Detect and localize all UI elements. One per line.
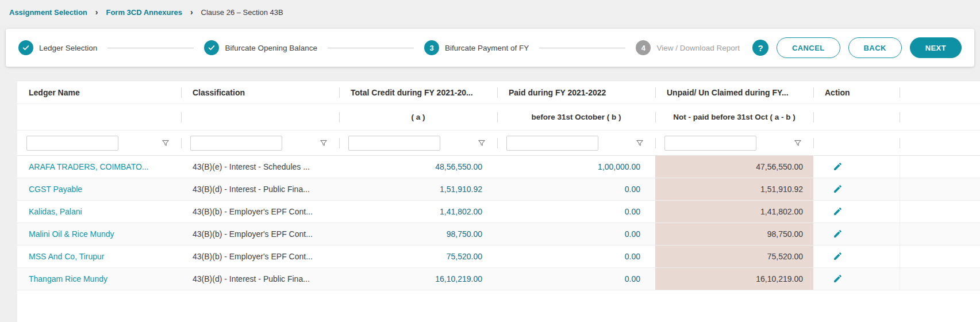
page: Assignment Selection › Form 3CD Annexure… (0, 0, 980, 322)
help-icon[interactable]: ? (752, 40, 768, 56)
step-ledger-selection[interactable]: Ledger Selection (18, 40, 97, 55)
filter-row (17, 131, 980, 156)
paid-cell: 0.00 (497, 246, 655, 268)
edit-button[interactable] (832, 250, 844, 262)
classification-filter-input[interactable] (190, 136, 282, 151)
check-icon (204, 40, 219, 55)
edit-button[interactable] (832, 228, 844, 240)
unpaid-cell: 16,10,219.00 (655, 268, 813, 290)
step-connector (107, 48, 194, 48)
pencil-icon (833, 229, 843, 239)
edit-button[interactable] (832, 183, 844, 195)
total-credit-filter-input[interactable] (348, 136, 440, 151)
filter-icon[interactable] (793, 138, 803, 148)
paid-cell: 0.00 (497, 268, 655, 290)
edit-button[interactable] (832, 160, 844, 172)
ledger-table-card: Ledger Name Classification Total Credit … (17, 80, 980, 322)
step-connector (539, 48, 625, 48)
next-button[interactable]: NEXT (910, 37, 962, 58)
table-right-edge (900, 156, 980, 178)
subheader-classification (181, 104, 339, 131)
table-right-edge (900, 104, 980, 131)
check-icon (18, 40, 33, 55)
ledger-name-cell: ARAFA TRADERS, COIMBATO... (17, 156, 181, 178)
ledger-link[interactable]: Malini Oil & Rice Mundy (29, 229, 114, 239)
classification-cell: 43(B)(d) - Interest - Public Fina... (181, 268, 339, 290)
ledger-table: Ledger Name Classification Total Credit … (17, 80, 980, 290)
pencil-icon (833, 184, 843, 194)
table-row: Malini Oil & Rice Mundy 43(B)(b) - Emplo… (17, 223, 980, 246)
table-row: CGST Payable 43(B)(d) - Interest - Publi… (17, 178, 980, 201)
action-cell (813, 246, 900, 268)
paid-filter-input[interactable] (506, 136, 598, 151)
cancel-button[interactable]: CANCEL (777, 37, 840, 58)
table-right-edge (900, 201, 980, 223)
paid-cell: 0.00 (497, 201, 655, 223)
filter-icon[interactable] (476, 138, 487, 148)
step-number-badge: 4 (636, 40, 651, 55)
total-credit-cell: 75,520.00 (339, 246, 497, 268)
filter-icon[interactable] (318, 138, 329, 148)
table-row: Thangam Rice Mundy 43(B)(d) - Interest -… (17, 268, 980, 290)
stepper-steps: Ledger Selection Bifurcate Opening Balan… (18, 40, 740, 55)
step-bifurcate-payment-of-fy[interactable]: 3 Bifurcate Payment of FY (424, 40, 529, 55)
back-button[interactable]: BACK (848, 37, 902, 58)
classification-cell: 43(B)(e) - Interest - Schedules ... (181, 156, 339, 178)
breadcrumb-assignment-selection[interactable]: Assignment Selection (9, 8, 87, 17)
table-row: ARAFA TRADERS, COIMBATO... 43(B)(e) - In… (17, 156, 980, 178)
chevron-right-icon: › (190, 7, 193, 17)
unpaid-filter-input[interactable] (664, 136, 756, 151)
total-credit-cell: 98,750.00 (339, 223, 497, 246)
total-credit-cell: 16,10,219.00 (339, 268, 497, 290)
filter-icon[interactable] (160, 138, 171, 148)
breadcrumb-form-3cd-annexures[interactable]: Form 3CD Annexures (106, 8, 182, 17)
ledger-link[interactable]: Kalidas, Palani (29, 207, 82, 216)
classification-cell: 43(B)(b) - Employer's EPF Cont... (181, 201, 339, 223)
filter-cell-unpaid (655, 131, 813, 156)
subheader-row: ( a ) before 31st October ( b ) Not - pa… (17, 104, 980, 131)
subheader-total-credit: ( a ) (339, 104, 497, 131)
pencil-icon (833, 251, 843, 261)
edit-button[interactable] (832, 273, 844, 285)
ledger-link[interactable]: Thangam Rice Mundy (29, 274, 107, 283)
table-row: Kalidas, Palani 43(B)(b) - Employer's EP… (17, 201, 980, 223)
column-header-unpaid[interactable]: Unpaid/ Un Claimed during FY... (655, 81, 813, 104)
ledger-name-filter-input[interactable] (26, 136, 118, 151)
subheader-paid: before 31st October ( b ) (497, 104, 655, 131)
column-header-paid[interactable]: Paid during FY 2021-2022 (497, 81, 655, 104)
pencil-icon (833, 274, 843, 283)
paid-cell: 1,00,000.00 (497, 156, 655, 178)
breadcrumb-clause-26: Clause 26 – Section 43B (201, 8, 283, 17)
action-cell (813, 223, 900, 246)
filter-cell-action (813, 131, 900, 156)
table-row: MSS And Co, Tirupur 43(B)(b) - Employer'… (17, 246, 980, 268)
unpaid-cell: 47,56,550.00 (655, 156, 813, 178)
ledger-link[interactable]: ARAFA TRADERS, COIMBATO... (29, 162, 149, 171)
classification-cell: 43(B)(b) - Employer's EPF Cont... (181, 223, 339, 246)
filter-cell-total-credit (339, 131, 497, 156)
column-header-total-credit[interactable]: Total Credit during FY 2021-20... (339, 81, 497, 104)
ledger-name-cell: MSS And Co, Tirupur (17, 246, 181, 268)
step-bifurcate-opening-balance[interactable]: Bifurcate Opening Balance (204, 40, 317, 55)
subheader-unpaid: Not - paid before 31st Oct ( a - b ) (655, 104, 813, 131)
step-view-download-report[interactable]: 4 View / Download Report (636, 40, 740, 55)
action-cell (813, 156, 900, 178)
ledger-name-cell: Malini Oil & Rice Mundy (17, 223, 181, 246)
total-credit-cell: 1,41,802.00 (339, 201, 497, 223)
edit-button[interactable] (832, 205, 844, 217)
ledger-link[interactable]: MSS And Co, Tirupur (29, 252, 105, 261)
action-cell (813, 178, 900, 201)
column-header-action: Action (813, 81, 900, 104)
table-right-edge (900, 223, 980, 246)
ledger-link[interactable]: CGST Payable (29, 185, 82, 194)
ledger-name-cell: Thangam Rice Mundy (17, 268, 181, 290)
table-right-edge (900, 131, 980, 156)
stepper: Ledger Selection Bifurcate Opening Balan… (6, 29, 974, 67)
column-header-ledger-name[interactable]: Ledger Name (17, 81, 181, 104)
filter-cell-classification (181, 131, 339, 156)
pencil-icon (833, 162, 843, 171)
unpaid-cell: 1,51,910.92 (655, 178, 813, 201)
column-header-classification[interactable]: Classification (181, 81, 339, 104)
filter-icon[interactable] (635, 138, 645, 148)
step-label: Ledger Selection (39, 44, 97, 52)
